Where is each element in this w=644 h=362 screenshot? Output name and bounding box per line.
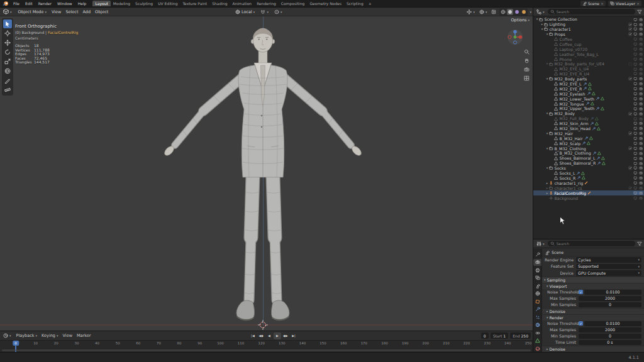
exclude-checkbox-icon[interactable]: [628, 23, 633, 27]
hide-viewport-icon[interactable]: [633, 77, 638, 81]
viewport-menu-view[interactable]: View: [52, 9, 61, 14]
disable-render-icon[interactable]: [639, 141, 643, 146]
timeline-editor-type-button[interactable]: ▾: [2, 333, 13, 338]
disable-render-icon[interactable]: [639, 52, 643, 57]
menu-file[interactable]: File: [11, 1, 22, 6]
outliner-editor-type-button[interactable]: ▾: [535, 9, 546, 14]
unlink-scene-icon[interactable]: ×: [601, 1, 604, 6]
hide-viewport-icon[interactable]: [633, 87, 638, 91]
disable-render-icon[interactable]: [639, 196, 643, 200]
outliner-row-m32-full-body[interactable]: M32_Full_Body: [533, 116, 644, 121]
hide-viewport-icon[interactable]: [633, 92, 638, 96]
disable-render-icon[interactable]: [639, 23, 643, 27]
frame-end-field[interactable]: End250: [510, 332, 531, 339]
value-field[interactable]: 0: [579, 334, 641, 339]
toggle-xray-button[interactable]: [490, 9, 497, 14]
outliner-row-m32-eye-l-u4[interactable]: M32_EYE_L_U4: [533, 67, 644, 72]
outliner-row-m32-upper-teeth[interactable]: M32_Upper_Teeth: [533, 106, 644, 111]
exclude-checkbox-icon[interactable]: [628, 146, 633, 151]
outliner-row-socks[interactable]: ▾Socks: [533, 166, 644, 171]
show-gizmos-button[interactable]: ▾: [465, 9, 476, 14]
next-keyframe-button[interactable]: ◆▶: [282, 332, 289, 339]
hide-viewport-icon[interactable]: [633, 97, 638, 101]
hide-viewport-icon[interactable]: [633, 57, 638, 62]
tool-move[interactable]: [3, 38, 12, 47]
hide-viewport-icon[interactable]: [633, 181, 638, 185]
disable-render-icon[interactable]: [639, 146, 643, 151]
hide-viewport-icon[interactable]: [633, 151, 638, 156]
disable-render-icon[interactable]: [639, 166, 643, 170]
workspace-tab-shading[interactable]: Shading: [209, 1, 230, 6]
editor-type-button[interactable]: ▾: [2, 9, 13, 14]
timeline-menu-keying[interactable]: Keying ▾: [42, 333, 58, 338]
workspace-tab-sculpting[interactable]: Sculpting: [133, 1, 155, 6]
timeline-menu-playback[interactable]: Playback ▾: [16, 333, 38, 338]
jump-end-button[interactable]: ▶|: [290, 332, 297, 339]
hide-viewport-icon[interactable]: [633, 156, 638, 161]
frame-start-field[interactable]: Start1: [491, 332, 509, 339]
properties-tab-output[interactable]: [533, 266, 541, 273]
properties-editor-type-button[interactable]: ▾: [535, 241, 546, 246]
exclude-checkbox-icon[interactable]: [628, 77, 633, 81]
exclude-checkbox-icon[interactable]: [628, 62, 633, 67]
viewlayer-selector[interactable]: ViewLayer ×: [608, 1, 641, 6]
hide-viewport-icon[interactable]: [633, 112, 638, 116]
outliner-row-m32-eyelash[interactable]: M32_Eyelash: [533, 91, 644, 96]
properties-tab-material[interactable]: [533, 345, 541, 352]
viewport-3d[interactable]: Front Orthographic (0) Background | Faci…: [0, 16, 533, 331]
outliner-row-m32-skin-arm[interactable]: M32_Skin_Arm: [533, 121, 644, 126]
checkbox-checked[interactable]: ✓: [579, 290, 583, 294]
hide-viewport-icon[interactable]: [633, 117, 638, 121]
exclude-checkbox-icon[interactable]: [628, 166, 633, 170]
tool-rotate[interactable]: [3, 48, 12, 57]
value-field[interactable]: 0: [579, 302, 641, 307]
properties-tab-constraints[interactable]: [533, 329, 541, 336]
disable-render-icon[interactable]: [639, 97, 643, 101]
disable-render-icon[interactable]: [639, 162, 643, 166]
exclude-checkbox-icon[interactable]: [628, 27, 633, 31]
workspace-tab-animation[interactable]: Animation: [230, 1, 255, 6]
outliner-row-m32-skin-head[interactable]: M32_Skin_Head: [533, 126, 644, 131]
tool-cursor[interactable]: [3, 29, 12, 38]
pan-button[interactable]: [524, 58, 530, 63]
properties-tab-data[interactable]: [533, 337, 541, 344]
outliner-row-m32-lower-teeth[interactable]: M32_Lower_Teeth: [533, 96, 644, 101]
shading-material-button[interactable]: [514, 9, 520, 15]
disable-render-icon[interactable]: [639, 151, 643, 156]
hide-viewport-icon[interactable]: [633, 23, 638, 27]
disable-render-icon[interactable]: [639, 121, 643, 126]
hide-viewport-icon[interactable]: [633, 102, 638, 106]
outliner-row-facialcontrolrig[interactable]: ▸FacialControlRig: [533, 190, 644, 195]
tool-measure[interactable]: [3, 85, 12, 94]
properties-tab-modifiers[interactable]: [533, 306, 541, 313]
outliner-row-props[interactable]: ▾Props: [533, 32, 644, 37]
dropdown-device[interactable]: GPU Compute▾: [576, 270, 641, 276]
outliner-row-m32-eye-l[interactable]: M32_EYE_L: [533, 82, 644, 87]
disable-render-icon[interactable]: [639, 42, 643, 47]
menu-edit[interactable]: Edit: [23, 1, 35, 6]
disable-render-icon[interactable]: [639, 126, 643, 131]
shading-wireframe-button[interactable]: [500, 9, 506, 15]
checkbox-checked[interactable]: ✓: [579, 321, 583, 326]
value-field[interactable]: 2000: [579, 296, 641, 301]
hide-viewport-icon[interactable]: [633, 62, 638, 67]
properties-tab-physics[interactable]: [533, 322, 541, 329]
outliner-row-character1-rig[interactable]: ▸character1_rig: [533, 180, 644, 185]
disable-render-icon[interactable]: [639, 32, 643, 36]
outliner-row-m32-hair[interactable]: ▾M32_Hair: [533, 131, 644, 136]
transform-orientation-dropdown[interactable]: Local▾: [234, 9, 256, 14]
hide-viewport-icon[interactable]: [633, 176, 638, 180]
disable-render-icon[interactable]: [639, 82, 643, 86]
outliner-row-m32-eye-r[interactable]: M32_EYE_R: [533, 86, 644, 91]
hide-viewport-icon[interactable]: [633, 162, 638, 166]
outliner-row-b-m32-hair[interactable]: B_M32_Hair: [533, 136, 644, 141]
properties-tab-render[interactable]: [533, 259, 541, 266]
tool-select-box[interactable]: [3, 19, 12, 28]
outliner-row-phone[interactable]: Phone: [533, 57, 644, 62]
disable-render-icon[interactable]: [639, 191, 643, 195]
viewport-menu-object[interactable]: Object: [95, 9, 108, 14]
outliner-search-input[interactable]: Search: [548, 9, 635, 14]
viewport-menu-select[interactable]: Select: [65, 9, 78, 14]
properties-tab-world[interactable]: [533, 290, 541, 297]
outliner-row-m32-body-parts[interactable]: ▾M32_Body_parts: [533, 77, 644, 82]
